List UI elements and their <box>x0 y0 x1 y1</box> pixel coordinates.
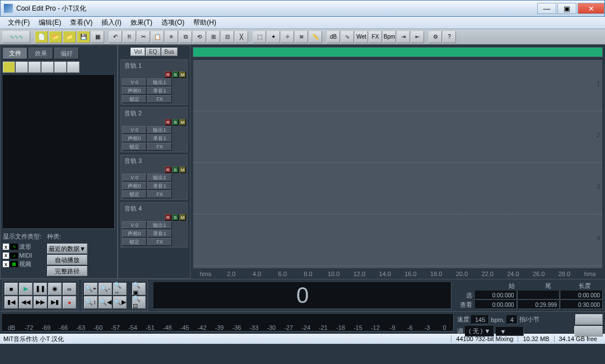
zoom-full-icon[interactable]: 🔍↔ <box>113 283 127 295</box>
record-button[interactable]: ● <box>63 296 76 309</box>
overview-bar[interactable] <box>193 47 603 57</box>
fx[interactable]: FX <box>147 143 172 151</box>
mute[interactable]: M <box>179 214 186 221</box>
mute[interactable]: M <box>179 71 186 78</box>
menu-options[interactable]: 选项(O) <box>157 18 189 27</box>
waveform-toggle-icon[interactable]: ∿∿∿ <box>2 31 30 43</box>
key2-dropdown[interactable]: ▼ <box>496 327 524 336</box>
zoom-sel-icon[interactable]: 🔍▣ <box>132 283 146 295</box>
insert-icon[interactable] <box>29 62 41 73</box>
go-start-button[interactable]: ▮◀ <box>4 296 18 309</box>
fullpath-button[interactable]: 完整路径 <box>47 266 87 276</box>
menu-effects[interactable]: 效果(T) <box>126 18 157 27</box>
spectral-icon[interactable]: ≋ <box>295 31 308 43</box>
punch-out-icon[interactable]: ⇤ <box>411 31 424 43</box>
menu-view[interactable]: 查看(V) <box>66 18 97 27</box>
solo[interactable]: S <box>172 71 179 78</box>
tab-effects[interactable]: 效果 <box>29 48 53 59</box>
menu-help[interactable]: 帮助(H) <box>189 18 221 27</box>
rec-input[interactable]: 录音1 <box>147 134 172 142</box>
ruler-icon[interactable]: 📏 <box>309 31 322 43</box>
output[interactable]: 输出1 <box>147 126 172 134</box>
recent-dropdown[interactable]: 最近的数据▼ <box>47 244 87 254</box>
menu-file[interactable]: 文件(F) <box>3 18 34 27</box>
save-as-icon[interactable]: 💾 <box>77 31 90 43</box>
new-file-icon[interactable]: 📄 <box>35 31 48 43</box>
output[interactable]: 输出1 <box>147 174 172 181</box>
zoom-in-v-icon[interactable]: 🔍↕ <box>84 296 97 309</box>
cb-wave[interactable]: x∿波形 <box>3 242 41 251</box>
lock[interactable]: 锁定 <box>122 95 147 103</box>
volume[interactable]: V 0 <box>122 126 147 134</box>
pan[interactable]: 声相0 <box>122 87 147 95</box>
fx[interactable]: FX <box>147 190 172 198</box>
undo-icon[interactable]: ↶ <box>109 31 122 43</box>
forward-button[interactable]: ▶▶ <box>34 296 47 309</box>
snap-icon[interactable]: ✧ <box>281 31 294 43</box>
sel-end[interactable] <box>518 291 560 300</box>
pan[interactable]: 声相0 <box>122 230 147 237</box>
view-end[interactable]: 0:29.999 <box>518 300 560 309</box>
lock[interactable]: 锁定 <box>122 143 147 151</box>
convert-icon[interactable]: ⟲ <box>193 31 206 43</box>
cb-midi[interactable]: x♪MIDI <box>3 252 41 259</box>
file-list[interactable] <box>3 75 115 229</box>
fx[interactable]: FX <box>147 95 172 103</box>
info-icon[interactable] <box>54 62 67 73</box>
beats-value[interactable]: 4 <box>506 315 518 324</box>
batch-icon[interactable]: ▦ <box>91 31 104 43</box>
sel-length[interactable]: 0:00.000 <box>561 291 603 300</box>
volume[interactable]: V 0 <box>122 174 147 181</box>
close-button[interactable]: ✕ <box>578 3 604 14</box>
output[interactable]: 输出1 <box>147 221 172 229</box>
menu-insert[interactable]: 插入(I) <box>97 18 125 27</box>
fx-icon[interactable]: FX <box>369 31 382 43</box>
group-icon[interactable]: ⊞ <box>207 31 220 43</box>
output[interactable]: 输出1 <box>147 78 172 86</box>
volume[interactable]: V 0 <box>122 78 147 86</box>
rewind-button[interactable]: ◀◀ <box>19 296 32 309</box>
stop-button[interactable]: ■ <box>4 283 18 295</box>
ungroup-icon[interactable]: ⊟ <box>221 31 234 43</box>
open-file-icon[interactable]: 📂 <box>49 31 62 43</box>
vtab-vol[interactable]: Vol <box>131 48 145 56</box>
mix-paste-icon[interactable]: ≡ <box>165 31 178 43</box>
trim-icon[interactable]: ⧉ <box>179 31 192 43</box>
solo[interactable]: S <box>172 166 179 173</box>
edit-icon[interactable] <box>41 62 54 73</box>
env-icon[interactable]: ∿ <box>341 31 354 43</box>
minimize-button[interactable]: — <box>537 3 556 14</box>
sel-begin[interactable]: 0:00.000 <box>475 291 517 300</box>
settings-icon[interactable]: ⚙ <box>429 31 442 43</box>
bpm-icon[interactable]: Bpm <box>383 31 396 43</box>
mute[interactable]: M <box>179 119 186 125</box>
menu-edit[interactable]: 编辑(E) <box>34 18 66 27</box>
lock[interactable]: 锁定 <box>122 190 147 198</box>
wet-icon[interactable]: Wet <box>355 31 368 43</box>
solo[interactable]: S <box>172 214 179 221</box>
loop-button[interactable]: ∞ <box>63 283 76 295</box>
zoom-sel-icon[interactable]: ⬚ <box>253 31 266 43</box>
record-arm[interactable]: R <box>165 214 171 221</box>
record-arm[interactable]: R <box>165 71 171 78</box>
rec-input[interactable]: 录音1 <box>147 230 172 237</box>
maximize-button[interactable]: ▣ <box>557 3 576 14</box>
cut-icon[interactable]: ✂ <box>137 31 150 43</box>
zoom-out-h-icon[interactable]: 🔍- <box>99 283 112 295</box>
track-lanes[interactable]: 1 2 3 4 <box>193 59 603 269</box>
play-sel-button[interactable]: ◉ <box>48 283 62 295</box>
vtab-bus[interactable]: Bus <box>161 48 178 56</box>
save-file-icon[interactable]: 📁 <box>63 31 76 43</box>
punch-in-icon[interactable]: ⇥ <box>397 31 410 43</box>
zoom-out-all-icon[interactable]: 🔍⊡ <box>132 296 146 309</box>
pan[interactable]: 声相0 <box>122 182 147 190</box>
rec-input[interactable]: 录音1 <box>147 182 172 190</box>
record-arm[interactable]: R <box>165 119 171 125</box>
pan[interactable]: 声相0 <box>122 134 147 142</box>
go-end-button[interactable]: ▶▮ <box>48 296 62 309</box>
db-icon[interactable]: dB <box>327 31 340 43</box>
rec-input[interactable]: 录音1 <box>147 87 172 95</box>
copy-icon[interactable]: ⎘ <box>123 31 136 43</box>
solo[interactable]: S <box>172 119 179 125</box>
tempo-value[interactable]: 145 <box>471 315 489 324</box>
